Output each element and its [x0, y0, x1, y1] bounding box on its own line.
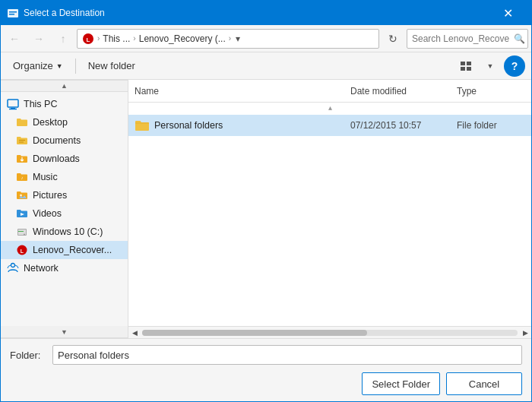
sidebar: ▲ This PC Desktop [1, 80, 128, 338]
sidebar-label-music: Music [33, 172, 58, 182]
col-name: Name [135, 86, 350, 97]
folder-icon-documents [16, 135, 28, 147]
sidebar-label-network: Network [24, 263, 59, 274]
content-area: ▲ This PC Desktop [1, 80, 531, 338]
help-button[interactable]: ? [504, 55, 525, 77]
sort-indicator: ▴ [128, 103, 531, 112]
svg-rect-2 [9, 14, 14, 15]
svg-point-19 [24, 234, 25, 236]
svg-rect-8 [467, 67, 471, 71]
pc-icon [7, 98, 19, 110]
videos-folder-icon [16, 207, 28, 220]
sidebar-scroll-down[interactable]: ▼ [1, 326, 128, 338]
search-icon[interactable]: 🔍 [514, 33, 525, 44]
svg-text:♪: ♪ [21, 176, 24, 180]
file-row-personal-folders[interactable]: Personal folders 07/12/2015 10:57 File f… [128, 115, 531, 136]
address-bar: ← → ↑ L › This ... › Lenovo_Recovery (..… [1, 25, 531, 52]
sidebar-item-desktop[interactable]: Desktop [1, 113, 128, 131]
back-button[interactable]: ← [4, 28, 25, 49]
sidebar-item-lenovo-recovery[interactable]: L Lenovo_Recover... [1, 241, 128, 259]
forward-button[interactable]: → [28, 28, 49, 49]
sidebar-item-downloads[interactable]: Downloads [1, 150, 128, 168]
sidebar-item-videos[interactable]: Videos [1, 204, 128, 223]
dialog-title: Select a Destination [24, 8, 490, 18]
svg-point-15 [20, 195, 22, 197]
sidebar-item-documents[interactable]: Documents [1, 131, 128, 150]
path-icon: L [82, 33, 94, 45]
bottom-bar: Folder: Select Folder Cancel [1, 338, 531, 401]
folder-label: Folder: [10, 350, 46, 361]
refresh-button[interactable]: ↻ [382, 28, 404, 49]
sidebar-label-windows10c: Windows 10 (C:) [33, 226, 103, 237]
address-dropdown[interactable]: ▾ [233, 33, 243, 44]
sidebar-item-network[interactable]: Network [1, 259, 128, 277]
h-scroll-track[interactable] [142, 330, 518, 336]
search-wrapper: 🔍 [407, 29, 528, 49]
toolbar: Organize ▼ New folder ▼ ? [1, 52, 531, 80]
search-input[interactable] [407, 29, 528, 49]
sidebar-item-this-pc[interactable]: This PC [1, 95, 128, 113]
dialog-window: Select a Destination ✕ ← → ↑ L › This ..… [0, 0, 532, 402]
svg-rect-20 [18, 231, 24, 232]
sidebar-label-lenovo-recovery: Lenovo_Recover... [33, 245, 112, 255]
title-bar: Select a Destination ✕ [1, 1, 531, 25]
svg-rect-7 [461, 67, 465, 71]
col-date-modified: Date modified [350, 86, 457, 97]
svg-rect-13 [19, 142, 24, 143]
h-scroll-right[interactable]: ▶ [519, 327, 531, 339]
dialog-icon [7, 7, 19, 19]
file-area: Name Date modified Type ▴ Personal folde… [128, 80, 531, 338]
drive-icon-c [16, 226, 28, 238]
sidebar-label-downloads: Downloads [33, 154, 80, 164]
h-scroll-thumb [142, 330, 367, 336]
organize-dropdown-icon: ▼ [56, 62, 63, 70]
folder-input[interactable] [52, 345, 522, 365]
file-list: Personal folders 07/12/2015 10:57 File f… [128, 112, 531, 326]
file-name-personal-folders: Personal folders [154, 120, 350, 131]
up-button[interactable]: ↑ [52, 28, 74, 49]
recovery-drive-icon: L [16, 244, 28, 256]
file-date-personal-folders: 07/12/2015 10:57 [350, 120, 457, 131]
view-icon [460, 60, 472, 72]
sidebar-item-windows10c[interactable]: Windows 10 (C:) [1, 223, 128, 241]
folder-row: Folder: [10, 345, 522, 365]
file-type-personal-folders: File folder [457, 120, 525, 131]
network-icon [7, 262, 19, 274]
sidebar-label-this-pc: This PC [24, 99, 57, 109]
sidebar-label-documents: Documents [33, 135, 81, 146]
view-dropdown-button[interactable]: ▼ [480, 55, 501, 77]
sidebar-label-pictures: Pictures [33, 190, 67, 201]
close-button[interactable]: ✕ [490, 1, 525, 25]
pictures-folder-icon [16, 189, 28, 201]
sidebar-item-pictures[interactable]: Pictures [1, 186, 128, 204]
folder-icon-desktop [16, 116, 28, 128]
svg-text:L: L [87, 36, 90, 43]
button-row: Select Folder Cancel [10, 372, 522, 395]
folder-icon-personal [135, 119, 150, 132]
sidebar-scroll-up[interactable]: ▲ [1, 80, 128, 92]
folder-icon-downloads [16, 153, 28, 165]
svg-rect-9 [8, 100, 18, 107]
svg-rect-6 [467, 62, 471, 65]
path-segment-1: This ... [103, 33, 130, 44]
sidebar-label-videos: Videos [33, 208, 62, 219]
organize-button[interactable]: Organize ▼ [7, 57, 69, 74]
svg-point-23 [11, 264, 15, 267]
horizontal-scrollbar: ◀ ▶ [128, 326, 531, 338]
svg-text:L: L [21, 248, 24, 254]
cancel-button[interactable]: Cancel [446, 372, 522, 395]
toolbar-separator [75, 59, 76, 74]
toolbar-right: ▼ ? [455, 55, 525, 77]
new-folder-button[interactable]: New folder [82, 57, 141, 74]
svg-rect-0 [8, 9, 18, 17]
file-header: Name Date modified Type [128, 80, 531, 103]
path-segment-2: Lenovo_Recovery (... [139, 33, 226, 44]
address-path[interactable]: L › This ... › Lenovo_Recovery (... › ▾ [77, 29, 379, 49]
view-toggle-button[interactable] [455, 55, 477, 77]
col-type: Type [457, 86, 525, 97]
svg-rect-1 [9, 11, 17, 13]
sidebar-item-music[interactable]: ♪ Music [1, 168, 128, 186]
h-scroll-left[interactable]: ◀ [128, 327, 141, 339]
music-folder-icon: ♪ [16, 171, 28, 183]
select-folder-button[interactable]: Select Folder [362, 372, 440, 395]
